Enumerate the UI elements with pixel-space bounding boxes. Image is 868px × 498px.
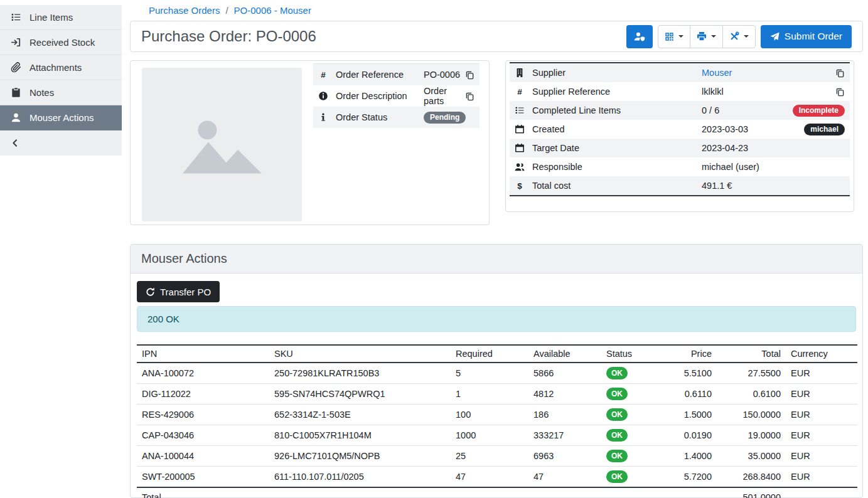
copy-icon[interactable] (465, 92, 474, 101)
copy-icon[interactable] (835, 87, 845, 97)
detail-value: Order parts (424, 86, 465, 106)
cell-sku: 250-72981KLRATR150B3 (269, 363, 451, 384)
detail-label: Created (532, 124, 702, 134)
calendar-icon (515, 143, 525, 153)
detail-row-supplier-reference: #Supplier Referencelklklkl (510, 82, 850, 101)
parts-table: IPNSKURequiredAvailableStatusPriceTotalC… (137, 344, 857, 498)
sidebar-collapse-button[interactable] (0, 130, 122, 156)
detail-row-order-description: Order DescriptionOrder parts (313, 85, 480, 107)
tools-icon (729, 31, 739, 41)
cell-currency: EUR (786, 405, 857, 425)
status-ok-badge: OK (606, 450, 628, 462)
cell-price: 0.0190 (657, 425, 717, 446)
sidebar-item-label: Notes (29, 87, 54, 98)
footer-currency-spacer (786, 487, 857, 498)
submit-order-label: Submit Order (785, 31, 842, 42)
caret-down-icon (678, 35, 683, 38)
detail-label: Order Description (336, 91, 424, 101)
cell-sku: 652-3314Z-1-503E (269, 405, 451, 425)
sidebar-item-label: Received Stock (29, 37, 95, 48)
copy-icon[interactable] (835, 68, 845, 78)
cell-sku: 611-110.107.011/0205 (269, 467, 451, 488)
cell-ipn: ANA-100072 (137, 363, 269, 384)
detail-label: Total cost (532, 181, 702, 191)
breadcrumb-separator: / (225, 5, 228, 16)
detail-label: Order Reference (336, 70, 424, 80)
detail-value: PO-0006 (424, 70, 465, 80)
detail-label: Supplier (532, 68, 702, 78)
submit-order-button[interactable]: Submit Order (761, 25, 852, 48)
cell-status: OK (601, 363, 657, 384)
sidebar-item-label: Mouser Actions (29, 112, 94, 123)
sidebar-item-received-stock[interactable]: Received Stock (0, 30, 122, 55)
status-alert: 200 OK (137, 306, 856, 332)
status-ok-badge: OK (606, 429, 628, 442)
sidebar-item-line-items[interactable]: Line Items (0, 5, 122, 30)
cell-total: 150.0000 (717, 405, 786, 425)
detail-row-completed-line-items: Completed Line Items0 / 6Incomplete (510, 101, 850, 120)
badge-michael: michael (804, 124, 845, 135)
info-circle-icon (318, 91, 328, 101)
detail-label: Target Date (532, 143, 702, 153)
cell-ipn: DIG-112022 (137, 384, 269, 405)
detail-label: Supplier Reference (532, 87, 702, 97)
detail-value: 491.1 € (702, 181, 845, 191)
clipboard-icon (11, 87, 21, 98)
part-row: SWT-200005611-110.107.011/02054747OK5.72… (137, 467, 857, 488)
detail-value-link[interactable]: Mouser (702, 68, 835, 78)
part-row: ANA-100072250-72981KLRATR150B355866OK5.5… (137, 363, 857, 384)
transfer-po-label: Transfer PO (160, 287, 211, 297)
admin-user-button[interactable] (626, 25, 653, 48)
column-header-price: Price (657, 345, 717, 363)
main-content: Purchase Orders / PO-0006 - Mouser Purch… (122, 0, 868, 498)
cell-required: 100 (451, 405, 528, 425)
sidebar-item-attachments[interactable]: Attachments (0, 55, 122, 80)
detail-row-responsible: Responsiblemichael (user) (510, 157, 850, 176)
barcode-dropdown-button[interactable] (658, 25, 690, 48)
hash-icon: # (515, 87, 525, 97)
part-row: DIG-112022595-SN74HCS74QPWRQ114812OK0.61… (137, 384, 857, 405)
refresh-icon (146, 287, 155, 297)
cell-ipn: RES-429006 (137, 405, 269, 425)
part-row: RES-429006652-3314Z-1-503E100186OK1.5000… (137, 405, 857, 425)
cell-status: OK (601, 384, 657, 405)
page-header-card: Purchase Order: PO-0006 (130, 21, 863, 52)
cell-required: 5 (451, 363, 528, 384)
info-icon (318, 112, 328, 122)
column-header-status: Status (601, 345, 657, 363)
breadcrumb-link-po-0006[interactable]: PO-0006 - Mouser (234, 5, 311, 16)
cell-available: 5866 (528, 363, 601, 384)
cell-ipn: SWT-200005 (137, 467, 269, 488)
cell-currency: EUR (786, 363, 857, 384)
footer-total-label: Total (137, 487, 269, 498)
paperclip-icon (11, 62, 21, 73)
cell-currency: EUR (786, 467, 857, 488)
sidebar-item-notes[interactable]: Notes (0, 80, 122, 105)
sign-in-icon (11, 37, 21, 48)
sidebar-item-mouser-actions[interactable]: Mouser Actions (0, 105, 122, 130)
breadcrumb-link-purchase-orders[interactable]: Purchase Orders (149, 5, 220, 16)
badge-incomplete: Incomplete (793, 105, 845, 117)
print-dropdown-button[interactable] (690, 25, 723, 48)
status-ok-badge: OK (606, 408, 628, 421)
detail-value: lklklkl (702, 87, 835, 97)
caret-down-icon (744, 35, 749, 38)
cell-required: 1000 (451, 425, 528, 446)
sidebar-nav: Line ItemsReceived StockAttachmentsNotes… (0, 5, 122, 130)
cell-required: 25 (451, 446, 528, 467)
cell-total: 35.0000 (717, 446, 786, 467)
detail-value: 2023-04-23 (702, 143, 845, 153)
svg-text:#: # (517, 87, 522, 97)
cell-available: 4812 (528, 384, 601, 405)
image-icon (181, 112, 264, 177)
users-icon (515, 162, 525, 172)
building-icon (515, 68, 525, 78)
status-ok-badge: OK (606, 367, 628, 379)
detail-row-order-reference: #Order ReferencePO-0006 (313, 64, 480, 85)
copy-icon[interactable] (465, 70, 474, 80)
transfer-po-button[interactable]: Transfer PO (137, 281, 220, 302)
cell-total: 19.0000 (717, 425, 786, 446)
cell-price: 1.5000 (657, 405, 717, 425)
settings-dropdown-button[interactable] (722, 25, 756, 48)
header-actions: Submit Order (626, 25, 852, 48)
